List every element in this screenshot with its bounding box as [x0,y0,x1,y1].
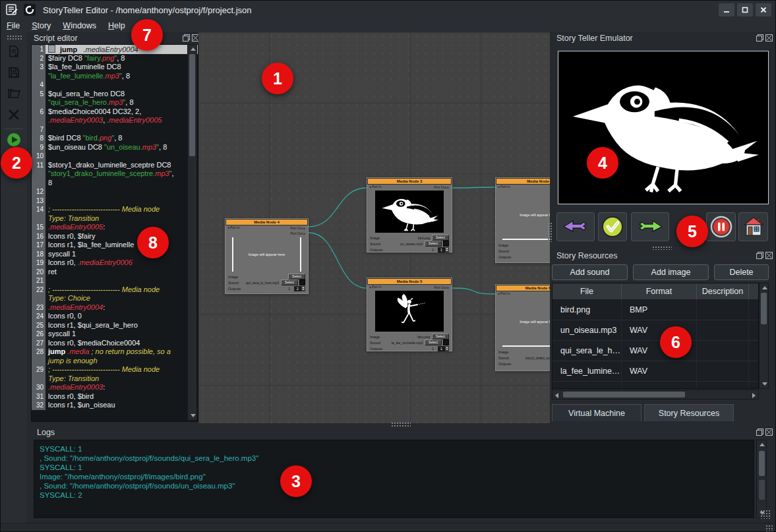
select-image-button[interactable]: Select [288,274,305,280]
outputs-spinner[interactable]: 2 [294,286,305,291]
close-panel-icon[interactable] [765,252,773,259]
clear-sound-icon[interactable] [443,241,449,247]
logs-resize-grip[interactable] [760,510,771,519]
code-line: 14; ---------------------------- Media n… [32,205,198,214]
canvas-right-splitter[interactable] [547,222,552,242]
select-sound-button[interactable]: Select [425,241,442,247]
field-value: 1 [382,347,436,351]
port-in[interactable]: ◂ Port In [498,185,510,189]
new-file-button[interactable] [5,43,22,60]
toolbar-grip[interactable] [7,35,22,40]
close-button[interactable] [756,3,771,16]
resource-row[interactable]: un_oiseau.mp3WAV [552,320,758,341]
select-image-button[interactable]: Select [432,334,449,340]
add-image-button[interactable]: Add image [633,264,709,280]
select-sound-button[interactable]: Select [281,280,298,285]
column-header-file[interactable]: File [552,283,622,299]
code-area[interactable]: 1jump .mediaEntry00042$fairy DC8 "fairy.… [32,45,198,421]
tab-story-resources[interactable]: Story Resources [644,404,734,421]
resource-row[interactable]: bird.pngBMP [552,300,758,320]
node-field-outputs: Outputs22 [228,285,305,291]
node-title[interactable]: Media Node 4 [225,219,308,225]
delete-resource-button[interactable]: Delete [714,264,769,280]
column-header-format[interactable]: Format [622,283,697,299]
media-node-4[interactable]: Media Node 4◂ Port InPort Out ▸Port Out … [225,218,309,294]
menu-story[interactable]: Story [26,21,57,30]
code-line: "story1_drako_luminelle_sceptre.mp3", [32,169,198,179]
resources-table-vscrollbar[interactable] [759,283,769,389]
outputs-spinner[interactable]: 1 [438,346,449,351]
clear-sound-icon[interactable] [443,340,449,345]
code-line: 7 [32,125,198,134]
emulator-home-button[interactable] [738,212,768,241]
float-panel-icon[interactable] [756,252,763,259]
close-panel-icon[interactable] [765,429,773,436]
node-title[interactable]: Media Node 5 [367,278,452,285]
close-panel-icon[interactable] [765,34,773,42]
code-line: 5$qui_sera_le_hero DC8 [32,90,198,99]
window-resize-grip[interactable] [765,525,773,532]
script-editor-vscrollbar[interactable] [187,44,197,421]
clear-sound-icon[interactable] [299,280,305,285]
canvas-bottom-splitter[interactable] [391,422,411,427]
maximize-button[interactable] [737,3,753,16]
menu-windows[interactable]: Windows [57,21,102,30]
field-label: Outputs [370,248,382,252]
resource-cell: un_oiseau.mp3 [552,320,622,340]
log-line: , Sound: "/home/anthony/ostproj/f/sounds… [40,454,754,463]
port-in[interactable]: ◂ Port In [498,291,510,295]
tab-virtual-machine[interactable]: Virtual Machine [552,404,642,421]
emulator-pause-button[interactable] [706,212,736,241]
media-node-top-right[interactable]: Media Node◂ Port InImage will appear her… [495,177,550,263]
log-line: Image: "/home/anthony/ostproj/f/images/b… [40,472,754,481]
resources-table-hscrollbar[interactable] [552,390,759,399]
float-panel-icon[interactable] [756,34,763,42]
port-in[interactable]: ◂ Port In [227,225,240,229]
resource-row[interactable]: la_fee_lumine…WAV [552,361,758,382]
close-project-button[interactable] [5,106,22,123]
media-node-6[interactable]: Media Node 6◂ Port InImage will appear h… [495,284,550,371]
outputs-spinner[interactable]: 1 [438,247,449,252]
media-node-5[interactable]: Media Node 5◂ Port InPort Out ▸ Imagefai… [367,278,452,351]
media-node-3[interactable]: Media Node 3◂ Port InPort Out ▸ Imagebir… [367,177,452,252]
open-folder-button[interactable] [5,85,22,102]
port-in[interactable]: ◂ Port In [369,185,382,189]
float-panel-icon[interactable] [183,34,190,42]
field-label: Image [370,335,380,339]
emulator-validate-button[interactable] [598,212,627,241]
resource-cell [697,341,749,361]
field-label: Image [498,350,508,354]
field-label: Sound [498,249,509,253]
log-line: , Sound: "/home/anthony/ostproj/f/sounds… [40,481,754,490]
resource-row[interactable]: fairy.pngBMP [552,382,758,389]
script-editor[interactable]: 1jump .mediaEntry00042$fairy DC8 "fairy.… [31,44,198,422]
emulator-back-button[interactable] [556,212,595,241]
story-node-canvas[interactable]: Media Node 4◂ Port InPort Out ▸Port Out … [198,32,550,423]
code-line: 31lcons r0, $bird [32,392,198,401]
node-field-sound: Soundun_oiseau.mp3Select [370,241,449,247]
minimize-button[interactable] [719,3,734,16]
field-label: Outputs [370,347,382,351]
node-title[interactable]: Media Node [496,178,550,185]
column-header-description[interactable]: Description [697,283,749,299]
node-title[interactable]: Media Node 6 [496,285,550,291]
field-label: Image [370,236,380,240]
select-image-button[interactable]: Select [432,235,449,241]
add-sound-button[interactable]: Add sound [552,264,628,280]
code-line: 8 [32,179,198,188]
port-out[interactable]: Port Out ▸ [225,231,308,236]
logs-vscrollbar[interactable] [756,440,767,518]
float-panel-icon[interactable] [756,429,763,436]
menu-file[interactable]: File [1,21,26,30]
save-button[interactable] [5,64,22,81]
resource-row[interactable]: qui_sera_le_h…WAV [552,341,758,361]
resource-cell: qui_sera_le_h… [552,341,622,361]
node-title[interactable]: Media Node 3 [367,178,452,185]
run-button[interactable] [5,131,22,148]
code-line: 17lcons r1, $la_fee_luminelle [32,241,198,250]
select-sound-button[interactable]: Select [425,340,442,345]
emulator-panel-title: Story Teller Emulator [556,32,721,44]
menu-help[interactable]: Help [102,21,131,30]
port-in[interactable]: ◂ Port In [369,285,382,289]
emulator-next-button[interactable] [631,212,669,241]
